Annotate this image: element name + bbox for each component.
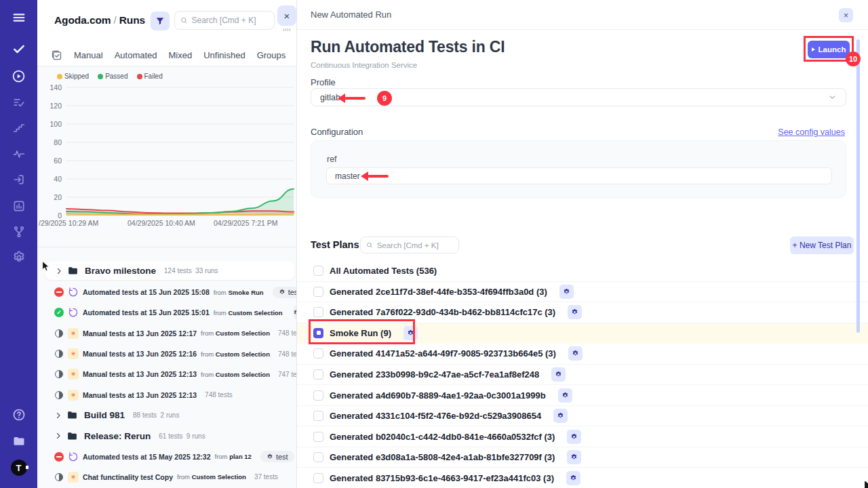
run-row[interactable]: Automated tests at 15 May 2025 12:32from…	[37, 446, 296, 466]
run-row[interactable]: ✳Manual tests at 13 Jun 2025 12:13748 te…	[37, 384, 296, 405]
plan-checkbox[interactable]	[313, 411, 323, 421]
run-source[interactable]: Custom Selection	[228, 309, 282, 317]
filter-button[interactable]	[151, 12, 170, 30]
svg-text:100: 100	[50, 120, 62, 128]
runs-search-input[interactable]	[191, 16, 269, 25]
sidebar-tests-icon[interactable]	[0, 41, 37, 57]
run-folder-row[interactable]: Build 98188 tests 2 runs	[37, 405, 296, 426]
status-partial-icon	[55, 473, 63, 481]
run-row[interactable]: ✳Manual tests at 13 Jun 2025 12:17from C…	[37, 323, 296, 344]
sidebar-menu-icon[interactable]	[0, 9, 37, 26]
plan-checkbox[interactable]	[313, 348, 323, 359]
sidebar-pull-requests-icon[interactable]	[0, 171, 37, 188]
run-source[interactable]: Custom Selection	[216, 329, 270, 337]
run-title[interactable]: Manual tests at 13 Jun 2025 12:13	[83, 370, 197, 378]
run-title[interactable]: Automated tests at 15 Jun 2025 15:01	[83, 308, 210, 317]
runs-board-icon[interactable]	[51, 49, 62, 61]
plan-gear-button[interactable]	[558, 388, 572, 403]
plan-checkbox[interactable]	[313, 287, 323, 297]
sidebar-settings-icon[interactable]	[0, 249, 37, 266]
plan-gear-button[interactable]	[553, 409, 568, 423]
plan-gear-button[interactable]	[567, 450, 581, 464]
plan-checkbox[interactable]	[313, 266, 323, 276]
plan-checkbox[interactable]	[313, 369, 323, 380]
run-row[interactable]: ✳Manual tests at 13 Jun 2025 12:16from C…	[37, 344, 296, 364]
test-plan-row[interactable]: Generated b02040c1-c442-4db0-841e-4660a0…	[297, 426, 868, 447]
sidebar-help-icon[interactable]	[0, 407, 37, 423]
svg-text:20: 20	[54, 193, 62, 201]
run-source[interactable]: Custom Selection	[216, 350, 270, 358]
svg-text:120: 120	[50, 102, 62, 110]
plan-label: Generated e3d08a1a-5808-42e4-a1ab-81bfe3…	[330, 452, 555, 462]
sidebar-branches-icon[interactable]	[0, 224, 37, 240]
runs-search[interactable]	[174, 11, 275, 30]
test-plan-row[interactable]: Generated 4331c104-f5f2-476e-b92d-c529a3…	[297, 406, 868, 427]
plan-label: Generated a4d690b7-8889-4ae1-92aa-0c3001…	[330, 390, 546, 401]
runs-panel-close-button[interactable]: ×	[277, 5, 296, 26]
plan-checkbox[interactable]	[313, 432, 323, 442]
run-row[interactable]: ✳Chat functinality test Copyfrom Custom …	[37, 467, 296, 487]
run-row[interactable]: Automated tests at 15 Jun 2025 15:08from…	[37, 282, 296, 302]
run-plan-pill[interactable]: test	[273, 287, 296, 298]
tab-unfinished[interactable]: Unfinished	[203, 50, 245, 60]
run-row[interactable]: ✓Automated tests at 15 Jun 2025 15:01fro…	[37, 302, 296, 323]
run-source[interactable]: Custom Selection	[216, 371, 270, 378]
plan-checkbox[interactable]	[313, 452, 323, 462]
plan-gear-button[interactable]	[551, 367, 566, 382]
sidebar-test-plans-icon[interactable]	[0, 94, 37, 110]
run-title[interactable]: Automated tests at 15 May 2025 12:32	[83, 453, 211, 461]
app-root: T Agoda.com/Runs × ManualAutomatedMixedU…	[0, 0, 868, 488]
dock-hint-icon	[283, 28, 291, 31]
sidebar-reports-icon[interactable]	[0, 198, 37, 214]
test-plan-row[interactable]: Generated 2ce11f7d-38ef-44fe-b353-4f694f…	[297, 282, 868, 303]
scrollbar-thumb[interactable]	[856, 39, 860, 333]
status-partial-icon	[55, 391, 63, 399]
new-run-close-button[interactable]: ×	[839, 8, 853, 22]
run-plan-pill[interactable]: test	[260, 451, 294, 462]
chevron-right-icon[interactable]	[54, 432, 62, 440]
plan-checkbox[interactable]	[313, 390, 323, 401]
test-plan-row[interactable]: Generated 233b0998-b9c2-47ae-a5cf-7ea1af…	[297, 365, 868, 386]
manual-run-icon: ✳	[68, 390, 79, 401]
plan-gear-button[interactable]	[568, 346, 583, 361]
chevron-right-icon[interactable]	[54, 411, 62, 420]
run-title[interactable]: Automated tests at 15 Jun 2025 15:08	[83, 288, 210, 296]
plan-gear-button[interactable]	[568, 305, 582, 319]
test-plan-row[interactable]: Generated 83715b93-6c1e-4663-9417-ef23a4…	[297, 468, 868, 488]
test-plan-row[interactable]: Generated e3d08a1a-5808-42e4-a1ab-81bfe3…	[297, 447, 868, 468]
plan-gear-button[interactable]	[559, 285, 574, 299]
run-folder-row[interactable]: Release: Rerun61 tests 9 runs	[37, 426, 296, 446]
run-row[interactable]: ✳Manual tests at 13 Jun 2025 12:13from C…	[37, 364, 296, 384]
plan-gear-button[interactable]	[566, 471, 580, 485]
run-title[interactable]: Manual tests at 13 Jun 2025 12:13	[83, 391, 197, 399]
run-source[interactable]: plan 12	[229, 453, 252, 460]
tab-manual[interactable]: Manual	[74, 50, 103, 60]
ref-input[interactable]	[326, 167, 832, 184]
run-title[interactable]: Chat functinality test Copy	[83, 473, 173, 481]
test-plan-row[interactable]: Generated a4d690b7-8889-4ae1-92aa-0c3001…	[297, 385, 868, 406]
test-plans-search[interactable]	[360, 237, 459, 253]
run-source[interactable]: Smoke Run	[228, 289, 263, 296]
sidebar-runs-icon[interactable]	[0, 68, 37, 84]
chevron-right-icon[interactable]	[55, 267, 63, 275]
run-title[interactable]: Manual tests at 13 Jun 2025 12:17	[83, 329, 197, 338]
plan-checkbox[interactable]	[313, 307, 323, 317]
plan-checkbox[interactable]	[313, 473, 323, 483]
run-title[interactable]: Manual tests at 13 Jun 2025 12:16	[83, 350, 197, 358]
new-test-plan-button[interactable]: + New Test Plan	[790, 237, 854, 254]
plan-gear-button[interactable]	[567, 430, 581, 444]
sidebar-analytics-icon[interactable]	[0, 146, 37, 162]
tab-automated[interactable]: Automated	[115, 50, 157, 60]
see-config-values-link[interactable]: See config values	[778, 127, 845, 137]
tab-mixed[interactable]: Mixed	[169, 50, 193, 60]
run-folder-row[interactable]: Bravo milestone124 tests 33 runs	[45, 262, 294, 280]
sidebar-milestones-icon[interactable]	[0, 120, 37, 136]
sidebar-logo[interactable]: T	[0, 460, 37, 476]
test-plan-row[interactable]: All Automated Tests (536)	[297, 261, 868, 282]
test-plan-row[interactable]: Generated 41471a52-a644-49f7-9085-923713…	[297, 344, 868, 365]
run-source[interactable]: Custom Selection	[192, 473, 246, 481]
tab-groups[interactable]: Groups	[257, 50, 286, 60]
test-plans-search-input[interactable]	[377, 241, 453, 249]
sidebar-projects-icon[interactable]	[0, 433, 37, 449]
breadcrumb-project[interactable]: Agoda.com	[54, 14, 111, 26]
